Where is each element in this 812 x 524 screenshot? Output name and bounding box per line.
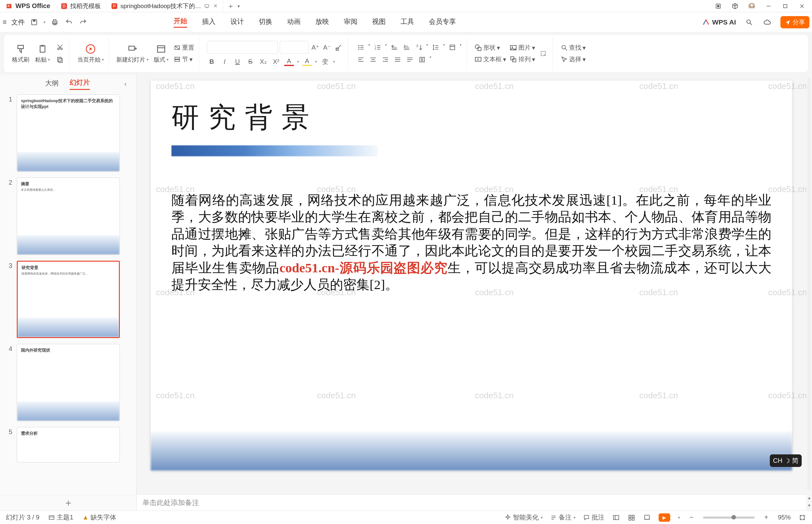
menu-slideshow[interactable]: 放映 bbox=[315, 17, 329, 28]
tab-template-store[interactable]: D 找稻壳模板 bbox=[56, 0, 106, 12]
superscript-icon[interactable]: X² bbox=[271, 57, 281, 66]
scrollbar-track[interactable] bbox=[808, 77, 811, 490]
prev-slide-arrow-icon[interactable]: ▴ bbox=[808, 495, 810, 500]
menu-transition[interactable]: 切换 bbox=[259, 17, 272, 28]
decrease-font-icon[interactable]: A⁻ bbox=[322, 43, 332, 52]
ribbon-options-icon[interactable] bbox=[538, 49, 548, 58]
ime-indicator[interactable]: CH ☽ 简 bbox=[770, 454, 802, 467]
theme-indicator[interactable]: 主题1 bbox=[48, 513, 73, 522]
select-button[interactable]: 选择▾ bbox=[561, 55, 586, 64]
file-menu[interactable]: 文件 bbox=[11, 18, 25, 27]
chevron-down-icon[interactable]: ▾ bbox=[237, 3, 240, 9]
menu-insert[interactable]: 插入 bbox=[202, 17, 216, 28]
font-size-select[interactable] bbox=[280, 41, 309, 54]
from-current-slide-button[interactable]: 当页开始▾ bbox=[77, 44, 104, 64]
reading-view-icon[interactable] bbox=[643, 514, 651, 521]
print-icon[interactable] bbox=[50, 17, 60, 27]
menu-home[interactable]: 开始 bbox=[174, 16, 187, 28]
reset-button[interactable]: 重置 bbox=[174, 44, 194, 52]
italic-icon[interactable]: I bbox=[220, 57, 229, 66]
numbering-icon[interactable]: 123 bbox=[373, 43, 382, 52]
copy-icon[interactable] bbox=[55, 55, 65, 64]
slide-thumb-2[interactable]: 2 摘要本文将围绕着重点从系统… bbox=[4, 178, 132, 255]
underline-icon[interactable]: U bbox=[233, 57, 242, 66]
slide-thumb-1[interactable]: 1 springbootHadoop技术下的校园二手交易系统的设计与实现ppt bbox=[4, 95, 132, 172]
normal-view-icon[interactable] bbox=[612, 514, 620, 521]
wps-ai-button[interactable]: WPS AI bbox=[702, 18, 736, 26]
section-button[interactable]: 节▾ bbox=[174, 55, 194, 64]
notes-toggle[interactable]: 备注▾ bbox=[550, 513, 576, 522]
present-mini-icon[interactable] bbox=[204, 3, 210, 9]
picture-button[interactable]: 图片▾ bbox=[510, 44, 535, 52]
collapse-panel-icon[interactable]: ‹ bbox=[125, 80, 127, 88]
comments-toggle[interactable]: 批注 bbox=[583, 513, 604, 522]
smart-beautify-button[interactable]: 智能美化▾ bbox=[504, 513, 543, 522]
highlight-icon[interactable]: A bbox=[302, 57, 312, 66]
zoom-slider[interactable] bbox=[703, 517, 755, 519]
menu-review[interactable]: 审阅 bbox=[344, 17, 357, 28]
indent-icon[interactable] bbox=[402, 43, 412, 52]
add-slide-button[interactable]: ＋ bbox=[0, 495, 136, 510]
tab-document[interactable]: P springbootHadoop技术下的… ✕ bbox=[106, 0, 223, 12]
font-name-select[interactable] bbox=[207, 41, 278, 54]
save-icon[interactable] bbox=[29, 17, 39, 27]
minimize-icon[interactable] bbox=[765, 3, 772, 10]
undo-icon[interactable] bbox=[64, 17, 74, 27]
slide-content[interactable]: 研究背景 随着网络的高速发展，网络技术的应用越来越广泛，信息化技术发展迅速[1]… bbox=[151, 81, 792, 471]
close-window-icon[interactable] bbox=[798, 3, 806, 10]
slide-thumb-3[interactable]: 3 研究背景随着网络的高速发展，网络技术的应用越来越广泛… bbox=[4, 261, 132, 338]
arrange-button[interactable]: 排列▾ bbox=[510, 55, 535, 64]
maximize-icon[interactable] bbox=[782, 3, 789, 10]
slide-canvas[interactable]: 研究背景 随着网络的高速发展，网络技术的应用越来越广泛，信息化技术发展迅速[1]… bbox=[137, 75, 806, 494]
cut-icon[interactable] bbox=[55, 43, 65, 52]
menu-animation[interactable]: 动画 bbox=[287, 17, 301, 28]
share-button[interactable]: 分享 bbox=[780, 16, 809, 28]
new-tab[interactable]: ＋ ▾ bbox=[223, 0, 244, 12]
tab-slides[interactable]: 幻灯片 bbox=[70, 78, 90, 90]
text-direction-icon[interactable]: 文 bbox=[414, 43, 424, 52]
increase-font-icon[interactable]: A⁺ bbox=[311, 43, 320, 52]
zoom-in-icon[interactable]: + bbox=[762, 514, 770, 521]
missing-font-warning[interactable]: ▲ 缺失字体 bbox=[82, 513, 117, 522]
search-icon[interactable] bbox=[744, 17, 754, 27]
next-slide-arrow-icon[interactable]: ▾ bbox=[808, 503, 810, 508]
outdent-icon[interactable] bbox=[390, 43, 399, 52]
slide-thumb-4[interactable]: 4 国内外研究现状 bbox=[4, 344, 132, 421]
layout-button[interactable]: 版式▾ bbox=[152, 44, 170, 64]
line-spacing-icon[interactable] bbox=[431, 43, 441, 52]
slide-thumbnails[interactable]: 1 springbootHadoop技术下的校园二手交易系统的设计与实现ppt … bbox=[0, 90, 136, 495]
format-painter-button[interactable]: 格式刷 bbox=[11, 44, 30, 64]
clear-format-icon[interactable] bbox=[334, 43, 344, 52]
slide-counter[interactable]: 幻灯片 3 / 9 bbox=[6, 513, 39, 522]
align-distributed-icon[interactable] bbox=[405, 55, 415, 64]
slide-thumb-5[interactable]: 5 需求分析 bbox=[4, 427, 132, 462]
fit-window-icon[interactable] bbox=[798, 514, 806, 521]
slideshow-button[interactable]: ▶ bbox=[659, 513, 670, 522]
strike-icon[interactable]: S bbox=[246, 57, 255, 66]
cloud-icon[interactable] bbox=[762, 17, 772, 27]
tab-outline[interactable]: 大纲 bbox=[45, 79, 59, 89]
align-right-icon[interactable] bbox=[381, 55, 390, 64]
menu-view[interactable]: 视图 bbox=[372, 17, 386, 28]
font-color-icon[interactable]: A bbox=[284, 57, 294, 66]
find-button[interactable]: 查找▾ bbox=[561, 44, 586, 52]
vertical-scrollbar[interactable]: ▴ ▾ bbox=[806, 75, 812, 510]
vertical-align-icon[interactable] bbox=[448, 43, 457, 52]
menu-member[interactable]: 会员专享 bbox=[429, 17, 456, 28]
menu-design[interactable]: 设计 bbox=[230, 17, 244, 28]
cube-icon[interactable] bbox=[731, 3, 739, 10]
avatar-icon[interactable] bbox=[748, 3, 755, 10]
new-slide-button[interactable]: 新建幻灯片▾ bbox=[116, 44, 149, 64]
align-justify-icon[interactable] bbox=[393, 55, 402, 64]
window-app-icon[interactable] bbox=[715, 3, 722, 10]
redo-icon[interactable] bbox=[78, 17, 88, 27]
menu-tools[interactable]: 工具 bbox=[400, 17, 414, 28]
zoom-out-icon[interactable]: − bbox=[687, 514, 695, 521]
slide-title[interactable]: 研究背景 bbox=[171, 99, 772, 136]
subscript-icon[interactable]: X₂ bbox=[259, 57, 268, 66]
notes-area[interactable]: 单击此处添加备注 bbox=[137, 494, 806, 510]
shape-button[interactable]: 形状▾ bbox=[474, 44, 506, 52]
hamburger-icon[interactable]: ≡ bbox=[3, 18, 7, 27]
text-effect-icon[interactable]: 变 bbox=[320, 57, 330, 66]
zoom-percent[interactable]: 95% bbox=[778, 514, 791, 521]
